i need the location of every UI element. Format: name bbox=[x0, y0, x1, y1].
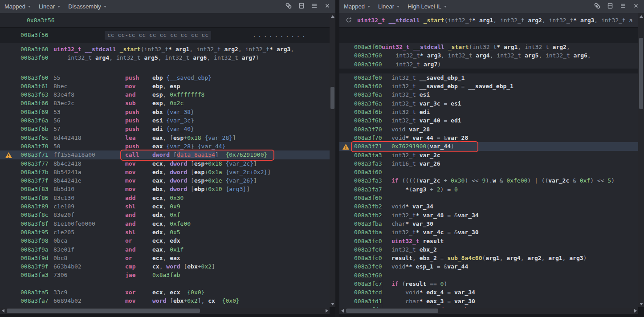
hlil-line[interactable]: 008a3f60 bbox=[339, 168, 638, 176]
instruction-line[interactable]: 008a3fa533c9xorecx, ecx {0x0} bbox=[0, 288, 330, 297]
hlil-line[interactable]: 008a3fc0uint32_t result bbox=[339, 237, 638, 245]
address-label: 008a3f60 bbox=[20, 73, 49, 82]
right-menu-linear[interactable]: Linear bbox=[378, 3, 399, 10]
hlil-line[interactable]: 008a3fb2void* var_34 bbox=[339, 202, 638, 211]
right-horizontal-scrollbar[interactable] bbox=[339, 308, 638, 314]
hlil-line[interactable]: 008a3f710x76291900(var_44) bbox=[339, 142, 638, 150]
scroll-left-arrow[interactable] bbox=[0, 308, 6, 314]
hlil-line[interactable]: 008a3fc0void** esp_1 = &var_44 bbox=[339, 262, 638, 271]
sticky-address-label: 0x8a3f56 bbox=[27, 17, 55, 24]
hlil-line[interactable]: 008a3fc0result, ebx_2 = sub_8a4c60(arg1,… bbox=[339, 254, 638, 262]
byte-preview-row[interactable]: 008a3f56 cc cc-cc cc cc cc cc cc cc cc .… bbox=[0, 31, 330, 40]
hlil-signature-line[interactable]: 008a3f60 int32_t* arg3, int32_t arg4, in… bbox=[339, 51, 638, 60]
hlil-line[interactable]: 008a3f6aint32_t var_3c = esi bbox=[339, 99, 638, 108]
hlil-line[interactable]: 008a3f60 bbox=[339, 194, 638, 202]
instruction-line[interactable]: 008a3f8683c130addecx, 0x30 bbox=[0, 194, 330, 202]
instruction-line[interactable]: 008a3f6c8d442418leaeax, [esp+0x18 {var_2… bbox=[0, 134, 330, 142]
scroll-down-arrow[interactable] bbox=[638, 301, 644, 307]
hlil-line[interactable]: 008a3fa3int16_t var_26 bbox=[339, 159, 638, 168]
scrollbar-thumb[interactable] bbox=[346, 309, 438, 313]
split-view-icon[interactable] bbox=[298, 2, 305, 11]
scroll-right-arrow[interactable] bbox=[632, 308, 638, 314]
instruction-line[interactable]: 008a3f6b57pushedi {var_40} bbox=[0, 125, 330, 133]
instruction-line[interactable]: 008a3f6383e4f8andesp, 0xfffffff8 bbox=[0, 90, 330, 99]
hlil-line[interactable]: 008a3fbaint32_t* var_4c = &var_30 bbox=[339, 228, 638, 236]
hlil-signature-line[interactable]: 008a3f60uint32_t __stdcall _start(int32_… bbox=[339, 43, 638, 51]
instruction-line[interactable]: 008a3fa37306jae0x8a3fab bbox=[0, 271, 330, 279]
right-menu-view-hlil[interactable]: High Level IL bbox=[408, 3, 447, 10]
hlil-line[interactable]: 008a3fa3if (((((var_2c + 0x30) << 9).w &… bbox=[339, 176, 638, 185]
instruction-line[interactable]: 008a3f89c1e109shlecx, 0x9 bbox=[0, 202, 330, 211]
hlil-line[interactable]: 008a3f6bint32_t edi bbox=[339, 108, 638, 116]
refresh-icon[interactable] bbox=[346, 17, 352, 23]
hlil-line[interactable]: 008a3fa3int32_t var_2c bbox=[339, 151, 638, 159]
scrollbar-thumb[interactable] bbox=[330, 87, 334, 109]
scrollbar-thumb[interactable] bbox=[639, 38, 643, 109]
address-label: 008a3fa7 bbox=[20, 297, 49, 305]
close-icon[interactable] bbox=[632, 2, 640, 11]
instruction-line[interactable]: 008a3f980bcaorecx, edx bbox=[0, 236, 330, 245]
instruction-line[interactable]: 008a3f71ff1554a18a00calldword [data_8aa1… bbox=[0, 150, 330, 159]
scroll-down-arrow[interactable] bbox=[330, 301, 335, 307]
token-tg: int32_t bbox=[67, 54, 92, 61]
instruction-line[interactable]: 008a3f7b8b54241amovedx, dword [esp+0x1a … bbox=[0, 168, 330, 176]
hlil-line[interactable]: 008a3f60int32_t __saved_ebp = __saved_eb… bbox=[339, 82, 638, 90]
instruction-line[interactable]: 008a3f7050pusheax {var_28} {var_44} bbox=[0, 142, 330, 150]
instruction-line[interactable]: 008a3f6a56pushesi {var_3c} bbox=[0, 116, 330, 125]
link-icon[interactable] bbox=[594, 2, 601, 11]
link-icon[interactable] bbox=[285, 2, 292, 11]
hlil-line[interactable]: 008a3f6bint32_t var_40 = edi bbox=[339, 116, 638, 125]
instruction-line[interactable]: 008a3f6683ec2csubesp, 0x2c bbox=[0, 99, 330, 107]
hlil-line[interactable]: 008a3f60 bbox=[339, 271, 638, 280]
hlil-line[interactable]: 008a3f70void var_28 bbox=[339, 125, 638, 134]
instruction-line[interactable]: 008a3f8f81e100fe0000andecx, 0xfe00 bbox=[0, 219, 330, 228]
left-menu-mapped[interactable]: Mapped bbox=[4, 3, 31, 10]
right-vertical-scrollbar[interactable] bbox=[638, 13, 644, 307]
blank-line[interactable] bbox=[0, 280, 330, 288]
hlil-line[interactable]: 008a3fb2int32_t* var_48 = &var_34 bbox=[339, 211, 638, 219]
pane-splitter[interactable] bbox=[335, 0, 339, 317]
hlil-line[interactable]: 008a3f6aint32_t esi bbox=[339, 90, 638, 99]
instruction-line[interactable]: 008a3f618becmovebp, esp bbox=[0, 82, 330, 90]
left-horizontal-scrollbar[interactable] bbox=[0, 308, 330, 314]
left-vertical-scrollbar[interactable] bbox=[330, 13, 335, 307]
instruction-line[interactable]: 008a3f7f8b44241emoveax, dword [esp+0x1e … bbox=[0, 176, 330, 185]
instruction-line[interactable]: 008a3f6055pushebp {__saved_ebp} bbox=[0, 73, 330, 82]
address-label: 008a3fba bbox=[354, 228, 382, 236]
hlil-line[interactable]: 008a3fbachar* var_30 bbox=[339, 219, 638, 228]
disasm-signature-line[interactable]: 008a3f60 int32_t arg4, int32_t arg5, int… bbox=[0, 53, 330, 62]
mnemonic: push bbox=[125, 116, 152, 125]
hlil-line[interactable]: 008a3f60int32_t __saved_ebp_1 bbox=[339, 73, 638, 82]
close-icon[interactable] bbox=[324, 2, 331, 11]
menu-icon[interactable] bbox=[311, 2, 318, 11]
scroll-up-arrow[interactable] bbox=[330, 13, 335, 20]
hlil-line[interactable]: 008a3f70void* var_44 = &var_28 bbox=[339, 134, 638, 142]
hlil-signature-line[interactable]: 008a3f60 int32_t arg7) bbox=[339, 60, 638, 69]
hlil-line[interactable]: 008a3fd1 char* eax_3 = var_30 bbox=[339, 297, 638, 305]
instruction-line[interactable]: 008a3f838b5d10movebx, dword [ebp+0x10 {a… bbox=[0, 185, 330, 193]
scroll-up-arrow[interactable] bbox=[638, 13, 644, 20]
hlil-line[interactable]: 008a3fc7if (result == 0) bbox=[339, 280, 638, 288]
instruction-line[interactable]: 008a3fa766894b02movword [ebx+0x2], cx {0… bbox=[0, 297, 330, 305]
instruction-line[interactable]: 008a3f95c1e205shledx, 0x5 bbox=[0, 228, 330, 236]
hlil-line[interactable]: 008a3fcd void* edx_4 = var_34 bbox=[339, 288, 638, 297]
left-menu-view-disassembly[interactable]: Disassembly bbox=[68, 3, 106, 10]
scroll-right-arrow[interactable] bbox=[324, 308, 330, 314]
right-menu-mapped[interactable]: Mapped bbox=[344, 3, 370, 10]
instruction-line[interactable]: 008a3f778b4c2418movecx, dword [esp+0x18 … bbox=[0, 159, 330, 168]
token-pn: , bbox=[163, 211, 170, 218]
instruction-line[interactable]: 008a3f6953pushebx {var_38} bbox=[0, 108, 330, 116]
instruction-line[interactable]: 008a3f8c83e20fandedx, 0xf bbox=[0, 211, 330, 219]
token-pn bbox=[549, 44, 553, 50]
split-view-icon[interactable] bbox=[607, 2, 614, 11]
instruction-line[interactable]: 008a3f9f663b4b02cmpcx, word [ebx+0x2] bbox=[0, 262, 330, 271]
instruction-line[interactable]: 008a3f9a83e01fandeax, 0x1f bbox=[0, 245, 330, 254]
scroll-left-arrow[interactable] bbox=[339, 308, 345, 314]
instruction-line[interactable]: 008a3f9d0bc8orecx, eax bbox=[0, 254, 330, 262]
hlil-line[interactable]: 008a3fc0int32_t ebx_2 bbox=[339, 245, 638, 254]
disasm-signature-line[interactable]: 008a3f60uint32_t __stdcall _start(int32_… bbox=[0, 45, 330, 53]
scrollbar-thumb[interactable] bbox=[7, 309, 200, 313]
hlil-line[interactable]: 008a3fa7 *(arg3 + 2) = 0 bbox=[339, 185, 638, 194]
menu-icon[interactable] bbox=[620, 2, 627, 11]
left-menu-linear[interactable]: Linear bbox=[39, 3, 60, 10]
